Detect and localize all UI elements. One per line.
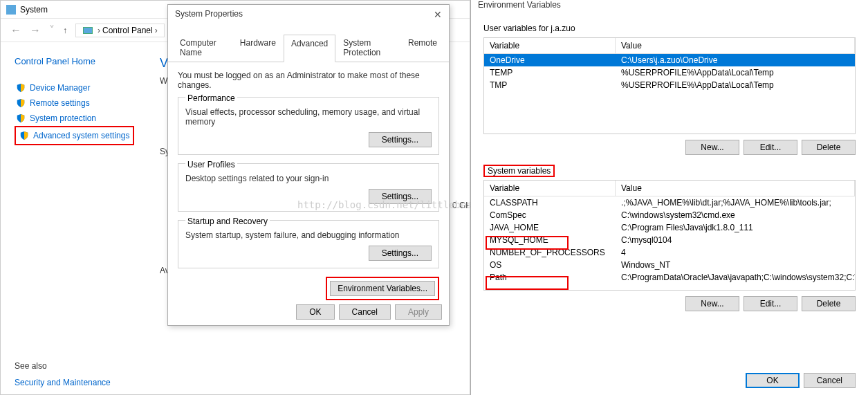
col-value[interactable]: Value [616, 38, 855, 53]
table-row[interactable]: TMP%USERPROFILE%\AppData\Local\Temp [484, 79, 855, 91]
sidebar-item-advanced[interactable]: Advanced system settings [18, 128, 131, 143]
monitor-icon [83, 27, 93, 34]
var-name: CLASSPATH [484, 196, 616, 209]
breadcrumb-item[interactable]: Control Panel [102, 26, 153, 35]
window-title: System [20, 5, 48, 15]
cancel-button[interactable]: Cancel [804, 373, 856, 388]
group-legend: Startup and Recovery [185, 217, 270, 226]
apply-button: Apply [395, 304, 442, 320]
highlight-box: Advanced system settings [15, 126, 134, 145]
dialog-title: System Properties [175, 9, 243, 20]
col-variable[interactable]: Variable [484, 38, 616, 53]
var-name: TMP [484, 79, 616, 91]
sidebar-item-device-manager[interactable]: Device Manager [15, 80, 160, 95]
var-name: JAVA_HOME [484, 221, 616, 234]
table-row[interactable]: OSWindows_NT [484, 259, 855, 271]
table-row[interactable]: MYSQL_HOMEC:\mysql0104 [484, 234, 855, 246]
var-name: ComSpec [484, 209, 616, 221]
col-variable[interactable]: Variable [484, 181, 616, 196]
highlight-box: System variables [483, 165, 555, 177]
ok-button[interactable]: OK [296, 304, 334, 320]
var-value: C:\Users\j.a.zuo\OneDrive [616, 54, 855, 66]
shield-icon [16, 83, 26, 93]
see-also-label: See also [15, 361, 47, 371]
tab-advanced[interactable]: Advanced [284, 35, 335, 62]
var-value: .;%JAVA_HOME%\lib\dt.jar;%JAVA_HOME%\lib… [616, 196, 855, 209]
shield-icon [16, 113, 26, 123]
ok-button[interactable]: OK [746, 373, 799, 388]
breadcrumb[interactable]: › Control Panel › [75, 24, 165, 37]
var-value: C:\windows\system32\cmd.exe [616, 209, 855, 221]
env-vars-button[interactable]: Environment Variables... [330, 281, 435, 296]
startup-settings-button[interactable]: Settings... [369, 246, 432, 261]
user-new-button[interactable]: New... [685, 140, 739, 155]
sidebar-item-label: System protection [30, 113, 96, 123]
group-desc: System startup, system failure, and debu… [185, 230, 432, 240]
table-row[interactable]: OneDriveC:\Users\j.a.zuo\OneDrive [484, 54, 855, 66]
tab-computer-name[interactable]: Computer Name [172, 34, 232, 62]
back-icon[interactable]: ← [6, 24, 26, 37]
system-vars-table[interactable]: Variable Value CLASSPATH.;%JAVA_HOME%\li… [483, 180, 856, 291]
user-delete-button[interactable]: Delete [802, 140, 856, 155]
group-legend: Performance [185, 93, 237, 103]
see-also: See also Security and Maintenance [15, 361, 111, 387]
chevron-right-icon: › [153, 26, 160, 35]
var-value: %USERPROFILE%\AppData\Local\Temp [616, 79, 855, 91]
close-icon[interactable]: ✕ [434, 9, 442, 20]
table-row[interactable]: TEMP%USERPROFILE%\AppData\Local\Temp [484, 66, 855, 79]
tab-system-protection[interactable]: System Protection [335, 34, 400, 62]
forward-icon: → [26, 24, 45, 37]
shield-icon [16, 98, 26, 108]
highlight-box: Environment Variables... [326, 277, 439, 300]
sidebar-item-sysprot[interactable]: System protection [15, 111, 160, 126]
shield-icon [19, 131, 29, 140]
var-name: TEMP [484, 66, 616, 79]
performance-group: Performance Visual effects, processor sc… [178, 97, 439, 155]
sidebar-item-label: Device Manager [30, 83, 90, 93]
var-name: Path [484, 271, 616, 284]
table-row[interactable]: PathC:\ProgramData\Oracle\Java\javapath;… [484, 271, 855, 284]
sidebar-item-label: Advanced system settings [33, 131, 129, 140]
table-row[interactable]: JAVA_HOMEC:\Program Files\Java\jdk1.8.0_… [484, 221, 855, 234]
up-icon[interactable]: ↑ [59, 26, 71, 35]
system-icon [6, 5, 16, 15]
sys-delete-button[interactable]: Delete [802, 296, 856, 311]
var-name: NUMBER_OF_PROCESSORS [484, 246, 616, 259]
var-value: %USERPROFILE%\AppData\Local\Temp [616, 66, 855, 79]
col-value[interactable]: Value [616, 181, 855, 196]
table-row[interactable]: CLASSPATH.;%JAVA_HOME%\lib\dt.jar;%JAVA_… [484, 196, 855, 209]
sys-edit-button[interactable]: Edit... [744, 296, 797, 311]
recent-icon[interactable]: ˅ [45, 24, 59, 37]
sys-new-button[interactable]: New... [685, 296, 739, 311]
var-value: C:\ProgramData\Oracle\Java\javapath;C:\w… [616, 271, 855, 284]
table-row[interactable]: NUMBER_OF_PROCESSORS4 [484, 246, 855, 259]
user-vars-table[interactable]: Variable Value OneDriveC:\Users\j.a.zuo\… [483, 37, 856, 134]
table-row[interactable]: ComSpecC:\windows\system32\cmd.exe [484, 209, 855, 221]
env-vars-dialog: Environment Variables User variables for… [470, 0, 868, 395]
security-maintenance-link[interactable]: Security and Maintenance [15, 378, 111, 387]
user-vars-header: User variables for j.a.zuo [483, 24, 856, 33]
var-name: MYSQL_HOME [484, 234, 616, 246]
dialog-title: Environment Variables [471, 0, 868, 14]
admin-note: You must be logged on as an Administrato… [178, 71, 439, 90]
system-properties-dialog: System Properties ✕ Computer Name Hardwa… [167, 4, 450, 326]
sidebar-item-label: Remote settings [30, 98, 90, 108]
var-value: Windows_NT [616, 259, 855, 271]
tab-remote[interactable]: Remote [400, 34, 445, 62]
user-edit-button[interactable]: Edit... [744, 140, 797, 155]
system-vars-header: System variables [488, 166, 551, 176]
var-value: C:\Program Files\Java\jdk1.8.0_111 [616, 221, 855, 234]
var-value: 4 [616, 246, 855, 259]
group-legend: User Profiles [185, 160, 237, 169]
var-value: C:\mysql0104 [616, 234, 855, 246]
cancel-button[interactable]: Cancel [339, 304, 391, 320]
cp-sidebar: Control Panel Home Device Manager Remote… [1, 42, 160, 395]
sidebar-item-remote[interactable]: Remote settings [15, 95, 160, 111]
tab-strip: Computer Name Hardware Advanced System P… [168, 34, 449, 62]
startup-recovery-group: Startup and Recovery System startup, sys… [178, 220, 439, 268]
group-desc: Desktop settings related to your sign-in [185, 174, 432, 183]
tab-hardware[interactable]: Hardware [232, 34, 284, 62]
cp-home-link[interactable]: Control Panel Home [15, 56, 160, 66]
var-name: OS [484, 259, 616, 271]
performance-settings-button[interactable]: Settings... [369, 132, 432, 147]
